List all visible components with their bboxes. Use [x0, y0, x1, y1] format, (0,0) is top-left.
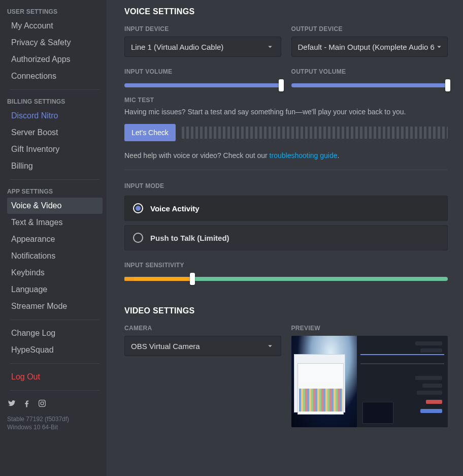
mic-level-meter: [182, 126, 448, 139]
sidebar-item-log-out[interactable]: Log Out: [7, 369, 103, 385]
output-volume-label: OUTPUT VOLUME: [291, 68, 448, 75]
sidebar-item-voice-video[interactable]: Voice & Video: [7, 198, 103, 214]
preview-label: PREVIEW: [291, 325, 448, 332]
sidebar-item-language[interactable]: Language: [7, 281, 103, 298]
sidebar-item-billing[interactable]: Billing: [7, 158, 103, 174]
camera-select[interactable]: OBS Virtual Camera: [124, 336, 281, 356]
input-device-value: Line 1 (Virtual Audio Cable): [131, 43, 223, 51]
sidebar-header: BILLING SETTINGS: [7, 95, 103, 107]
social-icons: [7, 396, 103, 414]
voice-settings-title: VOICE SETTINGS: [124, 7, 448, 16]
output-device-value: Default - Main Output (Komplete Audio 6: [298, 43, 435, 51]
separator: [10, 179, 100, 180]
input-sensitivity-slider[interactable]: [124, 277, 448, 281]
sidebar-item-notifications[interactable]: Notifications: [7, 248, 103, 264]
chevron-down-icon: [435, 42, 444, 51]
output-volume-slider[interactable]: [291, 83, 448, 87]
input-mode-push-to-talk[interactable]: Push to Talk (Limited): [124, 225, 448, 250]
input-sensitivity-label: INPUT SENSITIVITY: [124, 262, 448, 269]
build-info: Stable 77192 (f5037df) Windows 10 64-Bit: [7, 414, 103, 431]
input-mode-voice-activity[interactable]: Voice Activity: [124, 196, 448, 221]
camera-preview: [291, 336, 448, 427]
sidebar-header: USER SETTINGS: [7, 5, 103, 17]
sidebar-item-keybinds[interactable]: Keybinds: [7, 265, 103, 281]
mic-test-label: MIC TEST: [124, 97, 448, 104]
sidebar-item-gift-inventory[interactable]: Gift Inventory: [7, 141, 103, 157]
input-volume-label: INPUT VOLUME: [124, 68, 281, 75]
sidebar: USER SETTINGSMy AccountPrivacy & SafetyA…: [0, 0, 107, 476]
twitter-icon[interactable]: [7, 399, 16, 410]
sidebar-item-streamer-mode[interactable]: Streamer Mode: [7, 298, 103, 314]
mic-test-text: Having mic issues? Start a test and say …: [124, 108, 448, 116]
separator: [10, 89, 100, 90]
separator: [10, 390, 100, 391]
help-text: Need help with voice or video? Check out…: [124, 151, 448, 160]
camera-value: OBS Virtual Camera: [131, 342, 200, 351]
sidebar-item-my-account[interactable]: My Account: [7, 18, 103, 34]
sidebar-item-change-log[interactable]: Change Log: [7, 325, 103, 341]
input-device-label: INPUT DEVICE: [124, 25, 281, 33]
sidebar-header: APP SETTINGS: [7, 185, 103, 197]
slider-thumb[interactable]: [279, 79, 284, 91]
sidebar-item-authorized-apps[interactable]: Authorized Apps: [7, 51, 103, 68]
instagram-icon[interactable]: [38, 399, 47, 410]
chevron-down-icon: [266, 341, 275, 351]
radio-icon: [133, 233, 143, 243]
slider-thumb[interactable]: [445, 79, 450, 91]
output-device-label: OUTPUT DEVICE: [291, 25, 448, 33]
output-device-select[interactable]: Default - Main Output (Komplete Audio 6: [291, 37, 448, 57]
input-mode-label: INPUT MODE: [124, 182, 448, 189]
main-content: VOICE SETTINGS INPUT DEVICE Line 1 (Virt…: [107, 0, 463, 476]
sidebar-item-hypesquad[interactable]: HypeSquad: [7, 342, 103, 358]
separator: [10, 363, 100, 364]
video-settings-title: VIDEO SETTINGS: [124, 306, 448, 315]
troubleshooting-link[interactable]: troubleshooting guide: [270, 151, 338, 160]
sidebar-item-text-images[interactable]: Text & Images: [7, 214, 103, 231]
mic-test-button[interactable]: Let's Check: [124, 124, 176, 141]
facebook-icon[interactable]: [22, 399, 31, 410]
radio-icon: [133, 203, 143, 213]
sidebar-item-connections[interactable]: Connections: [7, 68, 103, 84]
sidebar-item-nitro[interactable]: Discord Nitro: [7, 108, 103, 124]
camera-label: CAMERA: [124, 325, 281, 332]
sidebar-item-server-boost[interactable]: Server Boost: [7, 124, 103, 141]
slider-thumb[interactable]: [190, 273, 195, 285]
separator: [124, 170, 448, 170]
sidebar-item-appearance[interactable]: Appearance: [7, 231, 103, 247]
sidebar-item-privacy[interactable]: Privacy & Safety: [7, 35, 103, 51]
separator: [10, 320, 100, 320]
chevron-down-icon: [266, 42, 275, 51]
input-device-select[interactable]: Line 1 (Virtual Audio Cable): [124, 37, 281, 57]
input-volume-slider[interactable]: [124, 83, 281, 87]
